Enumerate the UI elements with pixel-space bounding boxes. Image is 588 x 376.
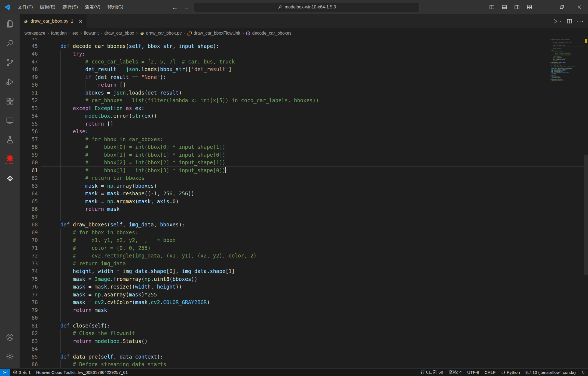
code-text[interactable]: # x1, y1, x2, y2, _, _ = bbox: [41, 236, 584, 244]
code-line[interactable]: 53 except Exception as ex:: [20, 104, 584, 112]
code-text[interactable]: # car_bboxes = list(filter(lambda x: int…: [41, 96, 584, 104]
status-indentation[interactable]: 空格: 4: [446, 369, 464, 376]
code-line[interactable]: 74 height, width = img_data.shape[0], im…: [20, 267, 584, 275]
status-eol[interactable]: CRLF: [482, 369, 498, 376]
code-text[interactable]: # Before streaming data starts: [41, 360, 584, 368]
code-line[interactable]: 54 modelbox.error(str(ex)): [20, 112, 584, 120]
code-text[interactable]: # coco_car_labels = [2, 5, 7] # car, bus…: [41, 58, 584, 66]
code-line[interactable]: 46 try:: [20, 50, 584, 58]
menu-item[interactable]: 文件(F): [14, 2, 36, 12]
vertical-scrollbar[interactable]: [584, 155, 588, 275]
more-actions-button[interactable]: ···: [577, 18, 584, 25]
code-line[interactable]: 66 return mask: [20, 205, 584, 213]
toggle-secondary-sidebar-icon[interactable]: [511, 0, 523, 14]
code-text[interactable]: def data_pre(self, data_context):: [41, 353, 584, 361]
minimize-button[interactable]: [536, 0, 553, 14]
code-line[interactable]: 77 mask = np.asarray(mask)*255: [20, 291, 584, 299]
code-text[interactable]: mask = np.asarray(mask)*255: [41, 291, 584, 299]
code-line[interactable]: 62 # return car_bboxes: [20, 174, 584, 182]
code-line[interactable]: 65 mask = np.argmax(mask, axis=0): [20, 198, 584, 205]
breadcrumb-item[interactable]: fangdan: [51, 31, 67, 36]
activity-item-source-control[interactable]: [0, 53, 20, 72]
code-text[interactable]: # cv2.rectangle(img_data, (x1, y1), (x2,…: [41, 252, 584, 260]
code-text[interactable]: def draw_bboxes(self, img_data, bboxes):: [41, 221, 584, 229]
run-dropdown-icon[interactable]: [559, 20, 562, 23]
breadcrumb-item[interactable]: etc: [72, 31, 78, 36]
activity-item-modelbox[interactable]: [0, 169, 20, 188]
code-text[interactable]: return []: [41, 120, 584, 128]
code-text[interactable]: # bbox[0] = int(bbox[0] * input_shape[1]…: [41, 143, 584, 151]
code-text[interactable]: [41, 345, 584, 353]
code-line[interactable]: 73 # return img_data: [20, 260, 584, 268]
code-line[interactable]: 79 return mask: [20, 306, 584, 314]
code-text[interactable]: mask = mask.reshape((-1, 256, 256)): [41, 190, 584, 198]
code-text[interactable]: # bbox[2] = int(bbox[2] * input_shape[1]…: [41, 159, 584, 166]
code-line[interactable]: 56 else:: [20, 128, 584, 135]
code-text[interactable]: return []: [41, 81, 584, 89]
code-line[interactable]: 83 return modelbox.Status(): [20, 337, 584, 345]
code-line[interactable]: 68 def draw_bboxes(self, img_data, bboxe…: [20, 221, 584, 229]
code-text[interactable]: mask = np.array(bboxes): [41, 182, 584, 190]
code-text[interactable]: # for bbox in car_bboxes:: [41, 135, 584, 143]
code-line[interactable]: 71 # color = (0, 0, 255): [20, 244, 584, 252]
code-editor[interactable]: 4445 def decode_car_bboxes(self, bbox_st…: [20, 38, 588, 368]
code-text[interactable]: # return car_bboxes: [41, 174, 584, 182]
breadcrumb-item[interactable]: draw_car_bbox: [104, 31, 134, 36]
close-window-button[interactable]: [571, 0, 588, 14]
code-line[interactable]: 81 def close(self):: [20, 322, 584, 330]
status-python-interpreter[interactable]: 3.7.10 ('tensorflow': conda): [523, 369, 578, 376]
code-line[interactable]: 63 mask = np.array(bboxes): [20, 182, 584, 190]
code-text[interactable]: return mask: [41, 205, 584, 213]
code-line[interactable]: 80: [20, 314, 584, 322]
code-line[interactable]: 72 # cv2.rectangle(img_data, (x1, y1), (…: [20, 252, 584, 260]
code-line[interactable]: 69 # for bbox in bboxes:: [20, 229, 584, 236]
status-language-mode[interactable]: Python: [498, 369, 523, 376]
code-text[interactable]: # bbox[1] = int(bbox[1] * input_shape[0]…: [41, 151, 584, 159]
code-text[interactable]: bboxes = json.loads(det_result): [41, 89, 584, 97]
remote-indicator[interactable]: ><: [0, 369, 10, 376]
activity-item-huawei-toolkit[interactable]: HUAWEI: [0, 150, 20, 169]
breadcrumb-item[interactable]: flowunit: [84, 31, 99, 36]
code-line[interactable]: 75 mask = Image.fromarray(np.uint8(bboxe…: [20, 275, 584, 283]
command-center[interactable]: modelbox-win10-x64-1.5.3: [194, 2, 420, 12]
breadcrumb-item[interactable]: draw_car_bbox.py: [140, 31, 182, 36]
code-text[interactable]: # for bbox in bboxes:: [41, 229, 584, 236]
toggle-panel-icon[interactable]: [498, 0, 511, 14]
activity-item-remote-explorer[interactable]: [0, 111, 20, 130]
code-line[interactable]: 48 det_result = json.loads(bbox_str)['de…: [20, 65, 584, 73]
code-text[interactable]: # bbox[3] = int(bbox[3] * input_shape[0]…: [41, 166, 584, 174]
code-line[interactable]: 82 # Close the flowunit: [20, 329, 584, 337]
code-text[interactable]: def close(self):: [41, 322, 584, 330]
tab-close-icon[interactable]: ×: [78, 18, 83, 24]
code-text[interactable]: mask = mask.resize((width, height)): [41, 283, 584, 291]
notifications-bell[interactable]: [578, 369, 588, 376]
breadcrumb-item[interactable]: workspace: [24, 31, 45, 36]
code-text[interactable]: height, width = img_data.shape[0], img_d…: [41, 267, 584, 275]
code-line[interactable]: 57 # for bbox in car_bboxes:: [20, 135, 584, 143]
menu-item[interactable]: 选择(S): [59, 2, 81, 12]
huawei-toolkit-status[interactable]: Huawei Cloud Toolkit: hw_008617864229257…: [33, 369, 131, 376]
code-line[interactable]: 84: [20, 345, 584, 353]
menu-item[interactable]: 转到(G): [104, 2, 127, 12]
code-line[interactable]: 59 # bbox[1] = int(bbox[1] * input_shape…: [20, 151, 584, 159]
go-back-icon[interactable]: ←: [171, 4, 178, 11]
code-text[interactable]: def decode_car_bboxes(self, bbox_str, in…: [41, 42, 584, 50]
code-line[interactable]: 86 # Before streaming data starts: [20, 360, 584, 368]
status-encoding[interactable]: UTF-8: [464, 369, 482, 376]
code-text[interactable]: mask = np.argmax(mask, axis=0): [41, 198, 584, 205]
menu-item[interactable]: ···: [127, 2, 139, 12]
tab-draw-car-bbox[interactable]: draw_car_bbox.py 1 ×: [20, 14, 87, 28]
code-text[interactable]: # color = (0, 0, 255): [41, 244, 584, 252]
activity-item-testing[interactable]: [0, 130, 20, 150]
code-text[interactable]: try:: [41, 50, 584, 58]
code-text[interactable]: mask = Image.fromarray(np.uint8(bboxes)): [41, 275, 584, 283]
customize-layout-icon[interactable]: [523, 0, 536, 14]
activity-item-extensions[interactable]: [0, 92, 20, 111]
code-text[interactable]: return modelbox.Status(): [41, 337, 584, 345]
code-line[interactable]: 61 # bbox[3] = int(bbox[3] * input_shape…: [20, 166, 584, 174]
code-text[interactable]: [41, 213, 584, 221]
menu-item[interactable]: 编辑(E): [36, 2, 59, 12]
code-line[interactable]: 64 mask = mask.reshape((-1, 256, 256)): [20, 190, 584, 198]
split-editor-button[interactable]: [566, 18, 572, 24]
run-python-file-button[interactable]: [552, 18, 562, 24]
